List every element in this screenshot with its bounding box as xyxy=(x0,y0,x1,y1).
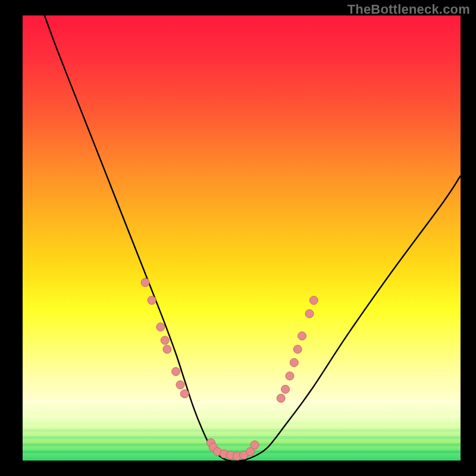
curve-marker xyxy=(309,296,318,305)
curve-markers xyxy=(141,278,318,461)
chart-stage: { "watermark": "TheBottleneck.com", "col… xyxy=(0,0,476,476)
curve-marker xyxy=(298,332,306,340)
curve-marker xyxy=(176,381,184,389)
curve-marker xyxy=(250,441,259,449)
curve-marker xyxy=(281,385,290,393)
curve-marker xyxy=(286,372,294,380)
curve-marker xyxy=(290,358,298,367)
curve-marker xyxy=(305,309,314,318)
bottleneck-curve xyxy=(45,15,461,461)
curve-marker xyxy=(172,367,180,375)
curve-marker xyxy=(156,323,165,331)
curve-svg xyxy=(23,15,461,461)
curve-marker xyxy=(180,390,189,398)
curve-marker xyxy=(277,394,285,402)
plot-area xyxy=(23,15,461,461)
curve-marker xyxy=(148,296,156,305)
curve-marker xyxy=(163,345,171,353)
curve-marker xyxy=(293,345,302,353)
curve-marker xyxy=(141,278,149,287)
curve-marker xyxy=(161,336,169,345)
